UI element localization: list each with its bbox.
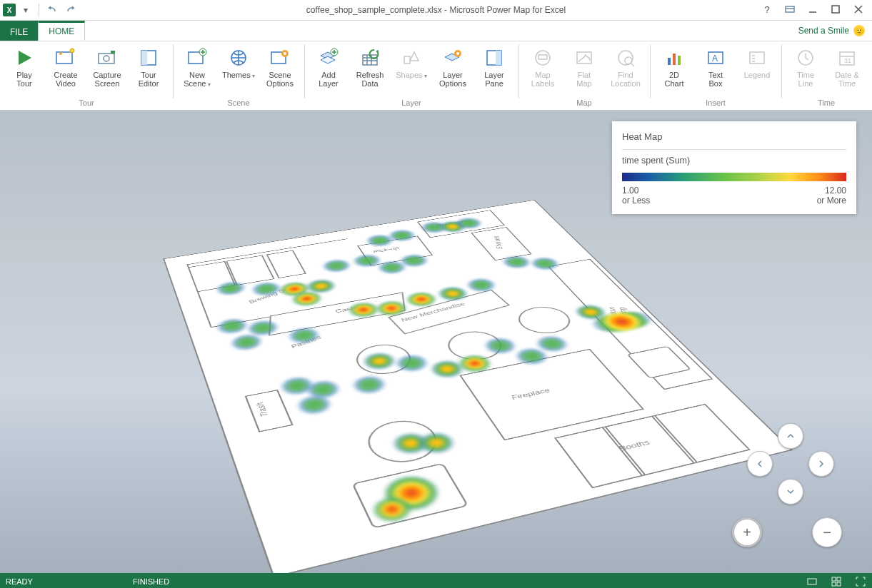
flat-map-button: FlatMap: [564, 43, 604, 98]
map-canvas[interactable]: Cashier Brewing Station Pick-up Restroom…: [0, 111, 872, 573]
scene-gear-icon: [269, 46, 291, 69]
ribbon-group-scene: NewScene Themes SceneOptions Scene: [173, 41, 304, 110]
svg-text:31: 31: [844, 57, 851, 64]
svg-text:A: A: [712, 54, 718, 64]
legend-min-label: or Less: [622, 196, 650, 206]
redo-button[interactable]: [62, 1, 79, 19]
navigation-pad: [747, 423, 833, 509]
floorplan-stage: Cashier Brewing Station Pick-up Restroom…: [206, 111, 666, 573]
ribbon: PlayTour CreateVideo CaptureScreen TourE…: [0, 41, 872, 111]
svg-point-5: [70, 49, 74, 53]
group-label-scene: Scene: [227, 98, 249, 108]
send-a-smile-label: Send a Smile: [798, 26, 849, 36]
status-view-normal-icon[interactable]: [806, 576, 818, 587]
add-layer-button[interactable]: AddLayer: [309, 43, 349, 98]
tab-file[interactable]: FILE: [0, 21, 38, 41]
add-layer-icon: [317, 46, 340, 69]
date-time-button: 31 Date &Time: [827, 43, 867, 98]
ribbon-display-options-button[interactable]: [779, 0, 801, 19]
legend-min-value: 1.00: [622, 186, 650, 196]
legend-gradient: [622, 173, 846, 181]
close-button[interactable]: [848, 0, 869, 19]
status-view-grid-icon[interactable]: [831, 576, 842, 587]
svg-point-29: [625, 57, 632, 64]
legend-panel[interactable]: Heat Map time spent (Sum) 1.00 or Less 1…: [612, 121, 856, 214]
svg-marker-20: [410, 52, 419, 61]
window-title: coffee_shop_sample_complete.xlsx - Micro…: [0, 5, 872, 15]
floorplan[interactable]: Cashier Brewing Station Pick-up Restroom…: [163, 200, 793, 573]
capture-screen-button[interactable]: CaptureScreen: [87, 43, 127, 98]
tab-home[interactable]: HOME: [38, 21, 85, 41]
flat-map-icon: [573, 46, 596, 69]
find-location-button: FindLocation: [606, 43, 646, 98]
find-icon: [614, 46, 637, 69]
ribbon-group-time: TimeLine 31 Date &Time Time: [781, 41, 871, 110]
clock-icon: [794, 46, 817, 69]
pan-down-button[interactable]: [778, 479, 803, 505]
shapes-icon: [400, 46, 423, 69]
scene-options-button[interactable]: SceneOptions: [260, 43, 300, 98]
svg-rect-24: [496, 51, 501, 65]
status-bar: READY FINISHED: [0, 573, 872, 588]
svg-rect-0: [786, 6, 794, 12]
status-fullscreen-icon[interactable]: [855, 576, 866, 587]
time-line-button: TimeLine: [786, 43, 826, 98]
svg-rect-30: [668, 58, 671, 65]
ribbon-group-layer: AddLayer RefreshData Shapes LayerOptions…: [304, 41, 518, 110]
pan-up-button[interactable]: [778, 423, 803, 449]
svg-rect-32: [678, 56, 681, 65]
legend-metric: time spent (Sum): [622, 156, 846, 166]
svg-rect-42: [832, 582, 836, 586]
svg-point-22: [456, 52, 459, 55]
svg-rect-26: [538, 55, 547, 59]
pan-left-button[interactable]: [747, 451, 773, 477]
svg-rect-43: [837, 582, 841, 586]
globe-icon: [227, 46, 250, 69]
camera-icon: [96, 46, 119, 69]
undo-button[interactable]: [44, 1, 61, 19]
maximize-button[interactable]: [825, 0, 846, 19]
qat-dropdown-icon[interactable]: ▾: [17, 1, 34, 19]
layer-options-button[interactable]: LayerOptions: [433, 43, 473, 98]
layer-pane-button[interactable]: LayerPane: [474, 43, 514, 98]
svg-point-16: [284, 52, 286, 55]
smile-icon: 🙂: [853, 25, 865, 36]
new-scene-icon: [186, 46, 209, 69]
create-video-button[interactable]: CreateVideo: [46, 43, 86, 98]
refresh-icon: [359, 46, 381, 69]
text-box-button[interactable]: A TextBox: [696, 43, 736, 98]
send-a-smile-button[interactable]: Send a Smile 🙂: [798, 21, 865, 41]
minimize-button[interactable]: [802, 0, 823, 19]
help-button[interactable]: ?: [756, 0, 778, 19]
editor-icon: [137, 46, 160, 69]
status-ready: READY: [6, 577, 33, 586]
group-label-insert: Insert: [706, 98, 726, 108]
quick-access-toolbar: X ▾: [0, 1, 79, 19]
svg-point-25: [536, 51, 550, 65]
new-scene-button[interactable]: NewScene: [177, 43, 217, 98]
zoom-in-button[interactable]: +: [732, 517, 762, 547]
group-label-layer: Layer: [401, 98, 421, 108]
svg-rect-39: [808, 579, 816, 584]
title-bar: X ▾ coffee_shop_sample_complete.xlsx - M…: [0, 0, 872, 21]
zoom-out-button[interactable]: −: [812, 517, 842, 547]
tour-editor-button[interactable]: TourEditor: [129, 43, 169, 98]
refresh-data-button[interactable]: RefreshData: [350, 43, 390, 98]
svg-rect-10: [141, 51, 147, 65]
legend-icon: [746, 46, 768, 69]
play-tour-button[interactable]: PlayTour: [4, 43, 44, 98]
map-labels-icon: [531, 46, 554, 69]
svg-rect-31: [673, 54, 676, 65]
pan-right-button[interactable]: [808, 451, 834, 477]
legend-button: Legend: [737, 43, 777, 98]
group-label-tour: Tour: [79, 98, 94, 108]
calendar-icon: 31: [836, 46, 858, 69]
themes-button[interactable]: Themes: [219, 43, 259, 98]
bar-chart-icon: [663, 46, 686, 69]
ribbon-tabs: FILE HOME Send a Smile 🙂: [0, 21, 872, 41]
svg-rect-40: [832, 577, 836, 581]
2d-chart-button[interactable]: 2DChart: [654, 43, 694, 98]
svg-rect-6: [99, 54, 114, 64]
excel-app-icon: X: [3, 4, 16, 16]
svg-rect-1: [832, 6, 839, 13]
